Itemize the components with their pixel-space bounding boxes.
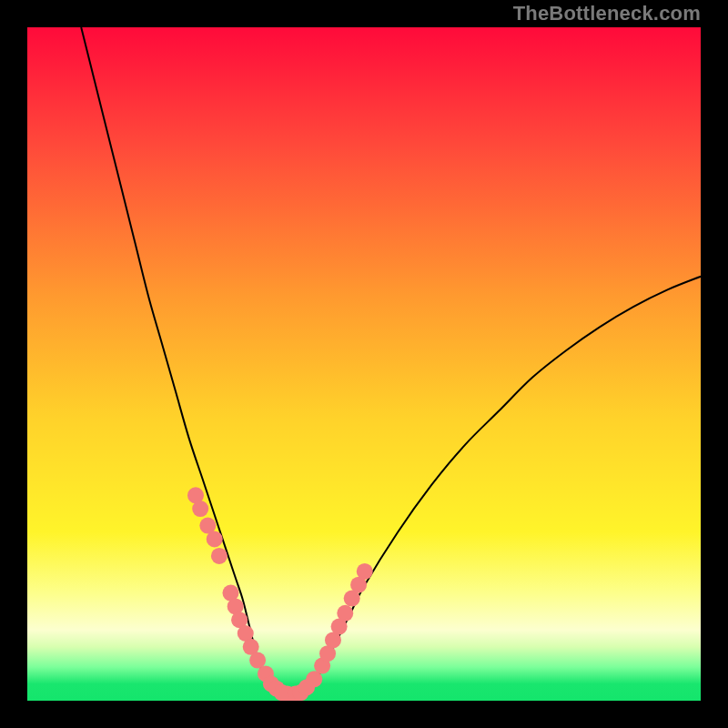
highlight-dot — [357, 563, 373, 580]
highlight-dot — [192, 500, 208, 517]
chart-svg — [27, 27, 701, 701]
watermark-text: TheBottleneck.com — [513, 2, 701, 25]
chart-frame: TheBottleneck.com — [0, 0, 728, 728]
bottleneck-curve — [81, 27, 701, 701]
highlight-dot — [337, 605, 353, 622]
plot-area — [27, 27, 701, 701]
highlight-dot — [211, 548, 228, 564]
highlight-dot — [207, 531, 223, 547]
